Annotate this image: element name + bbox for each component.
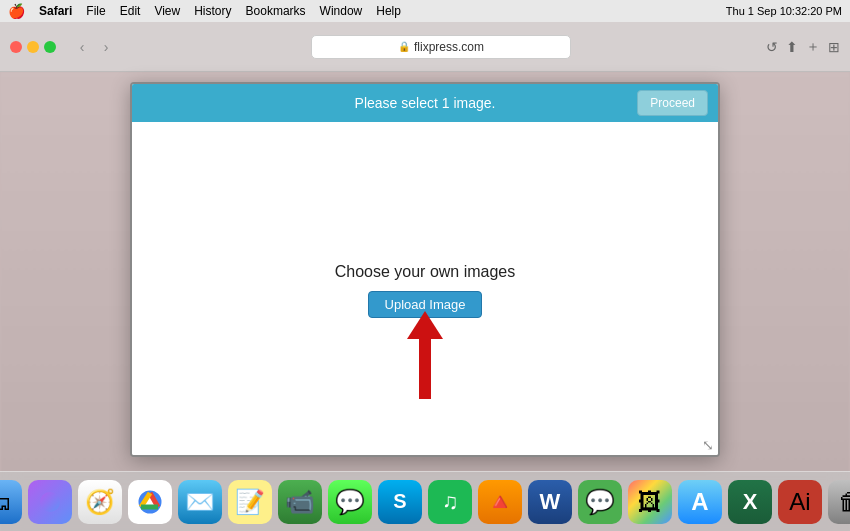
lock-icon: 🔒 [398,41,410,52]
menu-bar: 🍎 Safari File Edit View History Bookmark… [0,0,850,22]
menu-file[interactable]: File [86,4,105,18]
proceed-button[interactable]: Proceed [637,90,708,116]
dock-spotify[interactable]: ♫ [428,480,472,524]
menu-bookmarks[interactable]: Bookmarks [246,4,306,18]
dock-messages[interactable]: 💬 [328,480,372,524]
modal-body: Choose your own images Upload Image [132,122,718,457]
browser-content: Please select 1 image. Proceed Choose yo… [0,72,850,531]
menu-safari[interactable]: Safari [39,4,72,18]
forward-button[interactable]: › [96,37,116,57]
dock-mail[interactable]: ✉️ [178,480,222,524]
menu-history[interactable]: History [194,4,231,18]
address-bar[interactable]: 🔒 flixpress.com [311,35,571,59]
fullscreen-button[interactable] [44,41,56,53]
address-bar-wrap: 🔒 flixpress.com [124,35,758,59]
dock-facetime[interactable]: 📹 [278,480,322,524]
close-button[interactable] [10,41,22,53]
minimize-button[interactable] [27,41,39,53]
browser-nav-controls: ‹ › [72,37,116,57]
browser-right-controls: ↺ ⬆ ＋ ⊞ [766,38,840,56]
dock: 🗂 🧭 ✉️ 📝 📹 💬 S ♫ 🔺 W 💬 🖼 A X Ai 🗑 [0,471,850,531]
traffic-lights [10,41,56,53]
menu-bar-right: Thu 1 Sep 10:32:20 PM [726,5,842,17]
dock-photos[interactable]: 🖼 [628,480,672,524]
browser-chrome: ‹ › 🔒 flixpress.com ↺ ⬆ ＋ ⊞ [0,22,850,72]
browser-window: ‹ › 🔒 flixpress.com ↺ ⬆ ＋ ⊞ Please selec… [0,22,850,531]
arrow-head [407,311,443,339]
modal-header-text: Please select 1 image. [355,95,496,111]
resize-handle[interactable]: ⤡ [700,437,716,453]
dock-notes[interactable]: 📝 [228,480,272,524]
dock-wechat[interactable]: 💬 [578,480,622,524]
menu-window[interactable]: Window [320,4,363,18]
dock-trash[interactable]: 🗑 [828,480,850,524]
apple-menu[interactable]: 🍎 [8,3,25,19]
back-button[interactable]: ‹ [72,37,92,57]
dock-skype[interactable]: S [378,480,422,524]
dock-chrome[interactable] [128,480,172,524]
address-url: flixpress.com [414,40,484,54]
svg-point-0 [40,492,60,512]
dock-word[interactable]: W [528,480,572,524]
choose-images-text: Choose your own images [335,263,516,281]
dock-safari[interactable]: 🧭 [78,480,122,524]
tab-overview-button[interactable]: ⊞ [828,39,840,55]
menu-help[interactable]: Help [376,4,401,18]
menu-bar-time: Thu 1 Sep 10:32:20 PM [726,5,842,17]
dock-siri[interactable] [28,480,72,524]
arrow-indicator [407,311,443,399]
menu-edit[interactable]: Edit [120,4,141,18]
dock-adobe[interactable]: Ai [778,480,822,524]
dock-finder[interactable]: 🗂 [0,480,22,524]
dock-appstore[interactable]: A [678,480,722,524]
share-button[interactable]: ⬆ [786,39,798,55]
menu-view[interactable]: View [154,4,180,18]
arrow-shaft [419,339,431,399]
dock-vlc[interactable]: 🔺 [478,480,522,524]
modal-container: Please select 1 image. Proceed Choose yo… [130,82,720,457]
reload-button[interactable]: ↺ [766,39,778,55]
new-tab-button[interactable]: ＋ [806,38,820,56]
dock-excel[interactable]: X [728,480,772,524]
modal-header: Please select 1 image. Proceed [132,84,718,122]
